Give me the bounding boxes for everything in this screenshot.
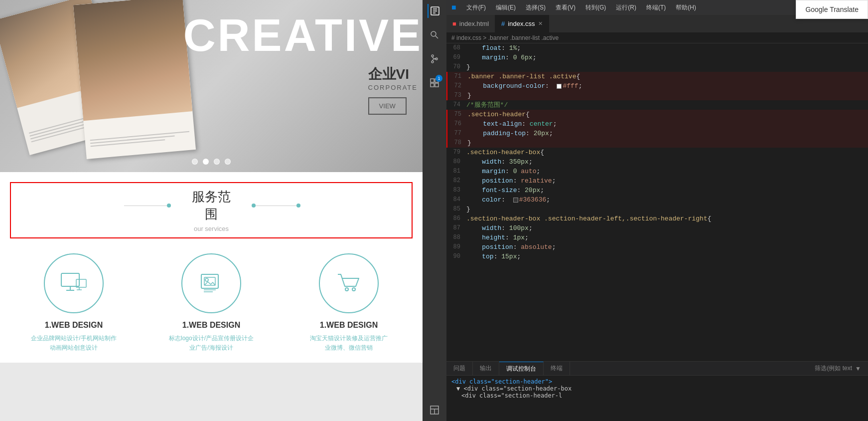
line-content-81: margin: 0 auto;	[466, 167, 868, 176]
menu-goto[interactable]: 转到(G)	[581, 2, 610, 13]
code-line-74: 74 /*服务范围*/	[446, 100, 868, 110]
bottom-tab-output[interactable]: 输出	[473, 362, 499, 375]
code-line-79: 79 .section-header-box{	[446, 148, 868, 157]
creative-heading: CREATIVE	[183, 10, 423, 61]
dot-3[interactable]	[214, 159, 220, 165]
google-translate-popup[interactable]: Google Translate	[796, 0, 868, 19]
line-content-71: .banner .banner-list .active{	[467, 72, 868, 81]
menu-run[interactable]: 运行(R)	[612, 2, 640, 13]
service-cards: 1.WEB DESIGN 企业品牌网站设计/手机网站制作 动画网站创意设计 1.…	[0, 238, 423, 363]
line-num-75: 75	[447, 110, 467, 119]
service-title-2: 1.WEB DESIGN	[182, 321, 240, 330]
code-line-76: 76 text-align: center;	[446, 119, 868, 129]
line-content-73: }	[467, 91, 868, 100]
code-line-84: 84 color: #363636;	[446, 195, 868, 205]
cart-icon	[336, 271, 362, 295]
filter-icon: ▼	[855, 365, 861, 372]
section-header-box: 服务范围	[124, 188, 298, 223]
vscode-logo: ■	[451, 3, 456, 12]
line-num-88: 88	[446, 233, 466, 242]
code-line-85: 85 }	[446, 205, 868, 214]
line-content-76: text-align: center;	[467, 119, 868, 129]
code-line-80: 80 width: 350px;	[446, 157, 868, 167]
line-content-72: background-color: #fff;	[467, 81, 868, 91]
line-content-77: padding-top: 20px;	[467, 129, 868, 138]
menu-view[interactable]: 查看(V)	[552, 2, 579, 13]
svg-point-17	[431, 31, 436, 36]
dot-1[interactable]	[192, 159, 198, 165]
menu-help[interactable]: 帮助(H)	[672, 2, 700, 13]
vscode-panel: Google Translate 1 ■	[423, 0, 868, 421]
svg-point-12	[352, 288, 355, 291]
tab-close-css[interactable]: ✕	[538, 20, 543, 27]
source-control-icon[interactable]	[428, 52, 441, 66]
line-num-86: 86	[446, 214, 466, 223]
console-line-3: <div class="section-header-l	[461, 392, 562, 399]
line-num-71: 71	[447, 72, 467, 81]
line-content-74: /*服务范围*/	[466, 100, 868, 110]
search-icon[interactable]	[428, 28, 441, 42]
code-line-86: 86 .section-header-box .section-header-l…	[446, 214, 868, 223]
code-line-70: 70 }	[446, 62, 868, 72]
svg-rect-25	[435, 83, 438, 87]
editor-area: ■ 文件(F) 编辑(E) 选择(S) 查看(V) 转到(G) 运行(R) 终端…	[446, 0, 868, 421]
menu-edit[interactable]: 编辑(E)	[492, 2, 520, 13]
menu-terminal[interactable]: 终端(T)	[642, 2, 670, 13]
dot-4[interactable]	[225, 159, 231, 165]
bottom-tab-debug[interactable]: 调试控制台	[499, 362, 544, 375]
line-content-79: .section-header-box{	[466, 148, 868, 157]
tab-css-label: index.css	[508, 20, 535, 27]
breadcrumb: # index.css > .banner .banner-list .acti…	[451, 34, 559, 41]
service-desc-3: 淘宝天猫设计装修及运营推广 业微博、微信营销	[310, 334, 388, 353]
line-num-83: 83	[446, 186, 466, 195]
code-line-82: 82 position: relative;	[446, 176, 868, 186]
vscode-layout: 1 ■ 文件(F) 编辑(E) 选择(S) 查看(V) 转到(G) 运行(R) …	[423, 0, 868, 421]
filter-label: 筛选(例如 text	[815, 364, 852, 373]
badge-count: 1	[435, 75, 442, 82]
website-preview: CREATIVE 企业VI CORPORATE VIEW 服务范围	[0, 0, 423, 421]
line-content-75: .section-header{	[467, 110, 868, 119]
line-num-89: 89	[446, 242, 466, 252]
svg-line-18	[435, 36, 438, 38]
line-content-87: width: 100px;	[466, 223, 868, 233]
code-line-90: 90 top: 15px;	[446, 252, 868, 261]
activity-bar: 1	[423, 0, 446, 421]
line-content-83: font-size: 20px;	[466, 186, 868, 195]
line-content-90: top: 15px;	[466, 252, 868, 261]
explorer-icon[interactable]	[428, 4, 441, 18]
svg-point-19	[432, 55, 434, 57]
view-button[interactable]: VIEW	[368, 97, 407, 115]
line-content-80: width: 350px;	[466, 157, 868, 167]
css-tab-icon: #	[501, 20, 505, 27]
menu-file[interactable]: 文件(F)	[462, 2, 490, 13]
menu-select[interactable]: 选择(S)	[522, 2, 550, 13]
line-content-69: margin: 0 6px;	[466, 53, 868, 62]
layout-icon[interactable]	[428, 403, 441, 417]
console-content: <div class="section-header"> ▼ <div clas…	[446, 376, 868, 402]
company-name: 企业VI	[368, 65, 418, 84]
dot-2[interactable]	[203, 159, 209, 165]
service-title-3: 1.WEB DESIGN	[320, 321, 378, 330]
line-num-70: 70	[446, 62, 466, 72]
service-icon-circle-2	[181, 253, 241, 313]
bottom-tab-problems[interactable]: 问题	[446, 362, 473, 375]
code-line-77: 77 padding-top: 20px;	[446, 129, 868, 138]
line-num-90: 90	[446, 252, 466, 261]
code-line-68: 68 float: 1%;	[446, 43, 868, 53]
extensions-icon[interactable]: 1	[428, 76, 441, 90]
code-editor[interactable]: 68 float: 1%; 69 margin: 0 6px; 70 } 71 …	[446, 43, 868, 361]
line-content-86: .section-header-box .section-header-left…	[466, 214, 868, 223]
breadcrumb-bar: # index.css > .banner .banner-list .acti…	[446, 32, 868, 43]
line-num-85: 85	[446, 205, 466, 214]
line-content-68: float: 1%;	[466, 43, 868, 53]
code-line-87: 87 width: 100px;	[446, 223, 868, 233]
tab-css[interactable]: # index.css ✕	[495, 15, 549, 32]
line-num-69: 69	[446, 53, 466, 62]
section-header-wrapper: 服务范围 our services	[10, 182, 413, 238]
bottom-tabs: 问题 输出 调试控制台 终端 筛选(例如 text ▼	[446, 362, 868, 376]
book-page-right	[73, 0, 196, 159]
line-num-73: 73	[447, 91, 467, 100]
bottom-tab-terminal[interactable]: 终端	[544, 362, 570, 375]
line-num-79: 79	[446, 148, 466, 157]
tab-html[interactable]: ■ index.html	[446, 15, 495, 32]
